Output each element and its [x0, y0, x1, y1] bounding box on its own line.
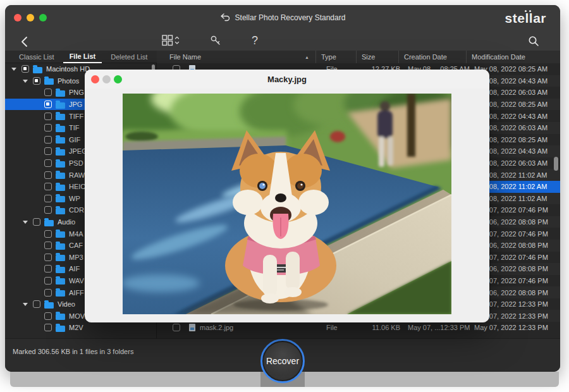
disclosure-caret-icon[interactable]: [21, 300, 29, 308]
column-header-file-name[interactable]: File Name ▲: [157, 51, 315, 63]
checkbox-aiff[interactable]: [44, 289, 52, 297]
recover-button[interactable]: Recover: [260, 339, 305, 383]
preview-title: Macky.jpg: [85, 70, 489, 89]
folder-icon: [56, 314, 65, 320]
deep-scan-button[interactable]: [210, 32, 221, 49]
tab-classic-list[interactable]: Classic List: [13, 52, 61, 63]
checkbox-video[interactable]: [33, 300, 40, 308]
tree-item-aiff[interactable]: AIFF: [5, 286, 93, 298]
checkbox-jpg[interactable]: [44, 101, 52, 108]
column-header-modification-date[interactable]: Modification Date: [466, 51, 560, 63]
checkbox-caf[interactable]: [44, 242, 52, 249]
tree-item-m2v[interactable]: M2V: [5, 322, 92, 334]
folder-icon: [56, 290, 65, 297]
disclosure-caret-icon: [33, 113, 40, 120]
tab-file-list[interactable]: File List: [63, 51, 102, 63]
column-header-size[interactable]: Size: [356, 51, 398, 63]
tree-item-video[interactable]: Video: [5, 298, 84, 310]
tree-item-wav[interactable]: WAV: [5, 275, 93, 287]
checkbox-m2v[interactable]: [44, 324, 52, 331]
tree-item-wp[interactable]: WP: [5, 193, 89, 205]
question-mark-icon: ?: [252, 34, 258, 47]
tree-item-label: M2V: [69, 324, 83, 331]
tree-item-cdr[interactable]: CDR: [5, 204, 93, 216]
disclosure-caret-icon[interactable]: [21, 218, 29, 226]
checkbox-mov[interactable]: [44, 312, 52, 320]
tree-item-label: WAV: [69, 277, 84, 285]
tree-item-png[interactable]: PNG: [5, 87, 93, 99]
preview-window: Macky.jpg: [85, 70, 489, 322]
column-header-type[interactable]: Type: [315, 51, 356, 63]
tree-item-audio[interactable]: Audio: [5, 216, 84, 228]
folder-icon: [56, 231, 65, 238]
checkbox-audio[interactable]: [33, 218, 40, 226]
tree-item-label: PNG: [69, 89, 84, 96]
checkbox-raw[interactable]: [44, 171, 52, 179]
disclosure-caret-icon: [33, 147, 40, 155]
disclosure-caret-icon[interactable]: [21, 77, 29, 85]
checkbox-mp3[interactable]: [44, 254, 52, 261]
tree-item-mov[interactable]: MOV: [5, 310, 94, 322]
tree-item-label: TIFF: [69, 113, 83, 120]
folder-icon: [56, 278, 65, 285]
checkbox-tif[interactable]: [44, 124, 52, 132]
window-title-wrap: Stellar Photo Recovery Standard: [5, 5, 560, 30]
tree-item-raw[interactable]: RAW: [5, 169, 94, 181]
tree-item-psd[interactable]: PSD: [5, 157, 92, 169]
window-title: Stellar Photo Recovery Standard: [235, 13, 346, 22]
row-checkbox[interactable]: [173, 324, 180, 331]
tree-item-photos[interactable]: Photos: [5, 75, 88, 87]
tree-item-tif[interactable]: TIF: [5, 122, 89, 134]
recover-button-label: Recover: [266, 356, 299, 366]
column-header-creation-date[interactable]: Creation Date: [398, 51, 466, 63]
type-cell: File: [321, 324, 361, 331]
checkbox-photos[interactable]: [33, 77, 40, 85]
tab-deleted-list[interactable]: Deleted List: [104, 52, 154, 63]
disclosure-caret-icon: [33, 277, 40, 285]
tree-item-m4a[interactable]: M4A: [5, 228, 92, 240]
tree-item-aif[interactable]: AIF: [5, 263, 89, 275]
screen: Stellar Photo Recovery Standard stellar: [0, 0, 569, 392]
tree-item-caf[interactable]: CAF: [5, 240, 92, 252]
tree-item-label: AIF: [69, 265, 80, 273]
search-button[interactable]: [527, 33, 540, 49]
checkbox-aif[interactable]: [44, 265, 52, 273]
checkbox-wp[interactable]: [44, 195, 52, 202]
table-scrollbar-thumb[interactable]: [554, 157, 558, 171]
tree-item-heic[interactable]: HEIC: [5, 181, 94, 193]
disclosure-caret-icon: [33, 124, 40, 132]
checkbox-m4a[interactable]: [44, 230, 52, 238]
tree-item-jpg[interactable]: JPG: [5, 99, 91, 111]
tree-item-mp3[interactable]: MP3: [5, 252, 92, 264]
checkbox-tiff[interactable]: [44, 113, 52, 120]
checkbox-cdr[interactable]: [44, 206, 52, 214]
table-row[interactable]: mask.2.jpgFile11.06 KBMay 07, ...12:33 P…: [157, 322, 560, 334]
checkbox-psd[interactable]: [44, 159, 52, 167]
checkbox-jpeg[interactable]: [44, 147, 52, 155]
tree-item-label: AIFF: [69, 289, 84, 297]
disclosure-caret-icon: [33, 195, 40, 202]
folder-icon: [56, 102, 65, 109]
chevron-left-icon: [20, 36, 28, 47]
tree-item-label: Photos: [58, 77, 79, 85]
disclosure-caret-icon: [33, 89, 40, 96]
folder-icon: [56, 196, 65, 202]
disclosure-caret-icon[interactable]: [10, 65, 18, 73]
folder-icon: [56, 185, 65, 191]
tree-item-tiff[interactable]: TIFF: [5, 110, 92, 122]
help-button[interactable]: ?: [252, 32, 258, 49]
grid-view-icon: [162, 35, 180, 46]
back-button[interactable]: [18, 34, 30, 50]
tab-bar: Classic List File List Deleted List: [5, 51, 157, 63]
tree-item-label: Audio: [58, 218, 75, 226]
checkbox-wav[interactable]: [44, 277, 52, 285]
tree-item-gif[interactable]: GIF: [5, 134, 89, 146]
checkbox-macintosh-hd[interactable]: [21, 65, 29, 73]
nav-row: Classic List File List Deleted List File…: [5, 51, 560, 63]
checkbox-heic[interactable]: [44, 183, 52, 190]
checkbox-png[interactable]: [44, 89, 52, 96]
tree-item-jpeg[interactable]: JPEG: [5, 145, 96, 157]
checkbox-gif[interactable]: [44, 136, 52, 144]
tree-item-label: HEIC: [69, 183, 85, 190]
view-selector-button[interactable]: [162, 32, 180, 49]
